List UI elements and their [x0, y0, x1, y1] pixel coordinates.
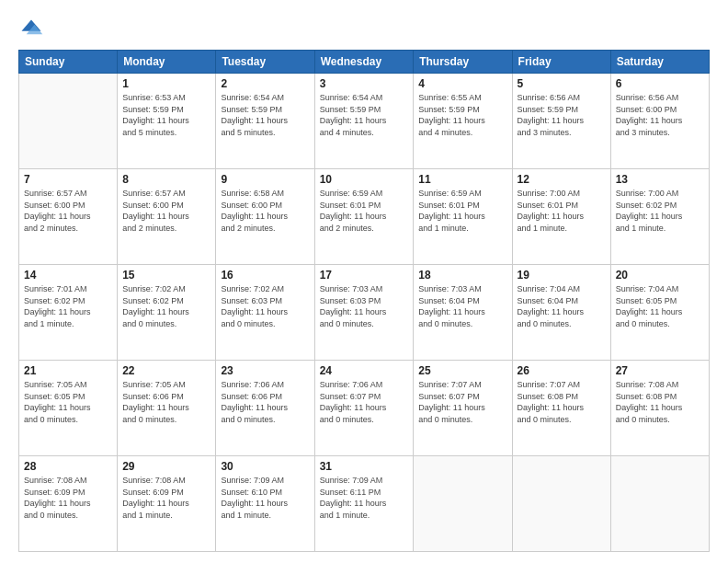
day-number: 15: [122, 269, 210, 282]
day-number: 14: [24, 269, 112, 282]
weekday-header: Tuesday: [216, 51, 314, 74]
calendar-cell: 2Sunrise: 6:54 AM Sunset: 5:59 PM Daylig…: [216, 74, 314, 169]
day-info: Sunrise: 7:07 AM Sunset: 6:08 PM Dayligh…: [518, 379, 606, 425]
calendar-cell: 22Sunrise: 7:05 AM Sunset: 6:06 PM Dayli…: [118, 361, 216, 456]
day-number: 29: [122, 460, 210, 473]
day-info: Sunrise: 7:03 AM Sunset: 6:03 PM Dayligh…: [320, 283, 409, 329]
calendar-cell: 7Sunrise: 6:57 AM Sunset: 6:00 PM Daylig…: [19, 169, 118, 265]
calendar-week-row: 1Sunrise: 6:53 AM Sunset: 5:59 PM Daylig…: [19, 74, 710, 169]
day-info: Sunrise: 7:04 AM Sunset: 6:05 PM Dayligh…: [616, 283, 704, 329]
day-number: 16: [221, 269, 309, 282]
calendar-cell: 3Sunrise: 6:54 AM Sunset: 5:59 PM Daylig…: [314, 74, 414, 169]
calendar-cell: 5Sunrise: 6:56 AM Sunset: 5:59 PM Daylig…: [512, 74, 610, 169]
day-info: Sunrise: 7:03 AM Sunset: 6:04 PM Dayligh…: [418, 283, 506, 329]
day-number: 28: [24, 460, 112, 473]
day-info: Sunrise: 6:56 AM Sunset: 5:59 PM Dayligh…: [518, 92, 606, 138]
calendar-cell: 10Sunrise: 6:59 AM Sunset: 6:01 PM Dayli…: [314, 169, 414, 265]
calendar-cell: 27Sunrise: 7:08 AM Sunset: 6:08 PM Dayli…: [610, 361, 709, 456]
day-info: Sunrise: 7:01 AM Sunset: 6:02 PM Dayligh…: [24, 283, 112, 329]
day-number: 24: [320, 364, 409, 377]
day-info: Sunrise: 7:04 AM Sunset: 6:04 PM Dayligh…: [518, 283, 606, 329]
day-info: Sunrise: 6:59 AM Sunset: 6:01 PM Dayligh…: [320, 188, 409, 234]
page: SundayMondayTuesdayWednesdayThursdayFrid…: [0, 0, 728, 563]
calendar-cell: [19, 74, 118, 169]
calendar-cell: 1Sunrise: 6:53 AM Sunset: 5:59 PM Daylig…: [118, 74, 216, 169]
day-info: Sunrise: 6:54 AM Sunset: 5:59 PM Dayligh…: [221, 92, 309, 138]
day-info: Sunrise: 7:08 AM Sunset: 6:09 PM Dayligh…: [24, 475, 112, 521]
day-info: Sunrise: 7:00 AM Sunset: 6:01 PM Dayligh…: [518, 188, 606, 234]
calendar-cell: 23Sunrise: 7:06 AM Sunset: 6:06 PM Dayli…: [216, 361, 314, 456]
calendar-cell: 16Sunrise: 7:02 AM Sunset: 6:03 PM Dayli…: [216, 265, 314, 361]
day-number: 10: [320, 173, 409, 186]
day-info: Sunrise: 7:02 AM Sunset: 6:03 PM Dayligh…: [221, 283, 309, 329]
day-number: 26: [518, 364, 606, 377]
day-number: 7: [24, 173, 112, 186]
calendar-cell: 19Sunrise: 7:04 AM Sunset: 6:04 PM Dayli…: [512, 265, 610, 361]
calendar-cell: 26Sunrise: 7:07 AM Sunset: 6:08 PM Dayli…: [512, 361, 610, 456]
day-number: 31: [320, 460, 409, 473]
calendar-cell: 9Sunrise: 6:58 AM Sunset: 6:00 PM Daylig…: [216, 169, 314, 265]
weekday-header: Thursday: [414, 51, 512, 74]
day-info: Sunrise: 7:05 AM Sunset: 6:06 PM Dayligh…: [122, 379, 210, 425]
day-number: 18: [418, 269, 506, 282]
calendar-cell: 18Sunrise: 7:03 AM Sunset: 6:04 PM Dayli…: [414, 265, 512, 361]
day-number: 27: [616, 364, 704, 377]
calendar-cell: 4Sunrise: 6:55 AM Sunset: 5:59 PM Daylig…: [414, 74, 512, 169]
calendar-cell: 11Sunrise: 6:59 AM Sunset: 6:01 PM Dayli…: [414, 169, 512, 265]
day-info: Sunrise: 6:55 AM Sunset: 5:59 PM Dayligh…: [418, 92, 506, 138]
calendar-cell: 17Sunrise: 7:03 AM Sunset: 6:03 PM Dayli…: [314, 265, 414, 361]
calendar-cell: [414, 456, 512, 552]
day-info: Sunrise: 7:05 AM Sunset: 6:05 PM Dayligh…: [24, 379, 112, 425]
calendar-cell: 8Sunrise: 6:57 AM Sunset: 6:00 PM Daylig…: [118, 169, 216, 265]
day-info: Sunrise: 7:08 AM Sunset: 6:08 PM Dayligh…: [616, 379, 704, 425]
day-number: 17: [320, 269, 409, 282]
weekday-header: Monday: [118, 51, 216, 74]
calendar-cell: 6Sunrise: 6:56 AM Sunset: 6:00 PM Daylig…: [610, 74, 709, 169]
day-info: Sunrise: 7:08 AM Sunset: 6:09 PM Dayligh…: [122, 475, 210, 521]
day-number: 5: [518, 77, 606, 90]
calendar-cell: 31Sunrise: 7:09 AM Sunset: 6:11 PM Dayli…: [314, 456, 414, 552]
calendar-cell: 15Sunrise: 7:02 AM Sunset: 6:02 PM Dayli…: [118, 265, 216, 361]
day-info: Sunrise: 6:58 AM Sunset: 6:00 PM Dayligh…: [221, 188, 309, 234]
day-info: Sunrise: 7:06 AM Sunset: 6:06 PM Dayligh…: [221, 379, 309, 425]
day-info: Sunrise: 6:57 AM Sunset: 6:00 PM Dayligh…: [24, 188, 112, 234]
day-info: Sunrise: 6:54 AM Sunset: 5:59 PM Dayligh…: [320, 92, 409, 138]
calendar-cell: 25Sunrise: 7:07 AM Sunset: 6:07 PM Dayli…: [414, 361, 512, 456]
calendar-cell: 28Sunrise: 7:08 AM Sunset: 6:09 PM Dayli…: [19, 456, 118, 552]
day-info: Sunrise: 6:56 AM Sunset: 6:00 PM Dayligh…: [616, 92, 704, 138]
calendar-cell: 20Sunrise: 7:04 AM Sunset: 6:05 PM Dayli…: [610, 265, 709, 361]
day-info: Sunrise: 7:09 AM Sunset: 6:10 PM Dayligh…: [221, 475, 309, 521]
calendar-week-row: 28Sunrise: 7:08 AM Sunset: 6:09 PM Dayli…: [19, 456, 710, 552]
calendar-cell: [512, 456, 610, 552]
day-number: 9: [221, 173, 309, 186]
header: [18, 17, 710, 42]
day-number: 23: [221, 364, 309, 377]
calendar: SundayMondayTuesdayWednesdayThursdayFrid…: [18, 50, 710, 552]
calendar-cell: 21Sunrise: 7:05 AM Sunset: 6:05 PM Dayli…: [19, 361, 118, 456]
weekday-header: Saturday: [610, 51, 709, 74]
calendar-cell: 24Sunrise: 7:06 AM Sunset: 6:07 PM Dayli…: [314, 361, 414, 456]
calendar-cell: 12Sunrise: 7:00 AM Sunset: 6:01 PM Dayli…: [512, 169, 610, 265]
calendar-cell: [610, 456, 709, 552]
calendar-week-row: 7Sunrise: 6:57 AM Sunset: 6:00 PM Daylig…: [19, 169, 710, 265]
weekday-header: Sunday: [19, 51, 118, 74]
weekday-header-row: SundayMondayTuesdayWednesdayThursdayFrid…: [19, 51, 710, 74]
day-info: Sunrise: 7:07 AM Sunset: 6:07 PM Dayligh…: [418, 379, 506, 425]
day-number: 20: [616, 269, 704, 282]
day-number: 1: [122, 77, 210, 90]
weekday-header: Wednesday: [314, 51, 414, 74]
day-info: Sunrise: 6:53 AM Sunset: 5:59 PM Dayligh…: [122, 92, 210, 138]
logo: [18, 17, 48, 42]
logo-icon: [18, 17, 44, 42]
weekday-header: Friday: [512, 51, 610, 74]
day-info: Sunrise: 7:09 AM Sunset: 6:11 PM Dayligh…: [320, 475, 409, 521]
day-info: Sunrise: 7:06 AM Sunset: 6:07 PM Dayligh…: [320, 379, 409, 425]
calendar-cell: 13Sunrise: 7:00 AM Sunset: 6:02 PM Dayli…: [610, 169, 709, 265]
day-number: 22: [122, 364, 210, 377]
calendar-week-row: 21Sunrise: 7:05 AM Sunset: 6:05 PM Dayli…: [19, 361, 710, 456]
day-number: 8: [122, 173, 210, 186]
day-info: Sunrise: 7:02 AM Sunset: 6:02 PM Dayligh…: [122, 283, 210, 329]
day-number: 30: [221, 460, 309, 473]
day-number: 4: [418, 77, 506, 90]
day-info: Sunrise: 6:59 AM Sunset: 6:01 PM Dayligh…: [418, 188, 506, 234]
